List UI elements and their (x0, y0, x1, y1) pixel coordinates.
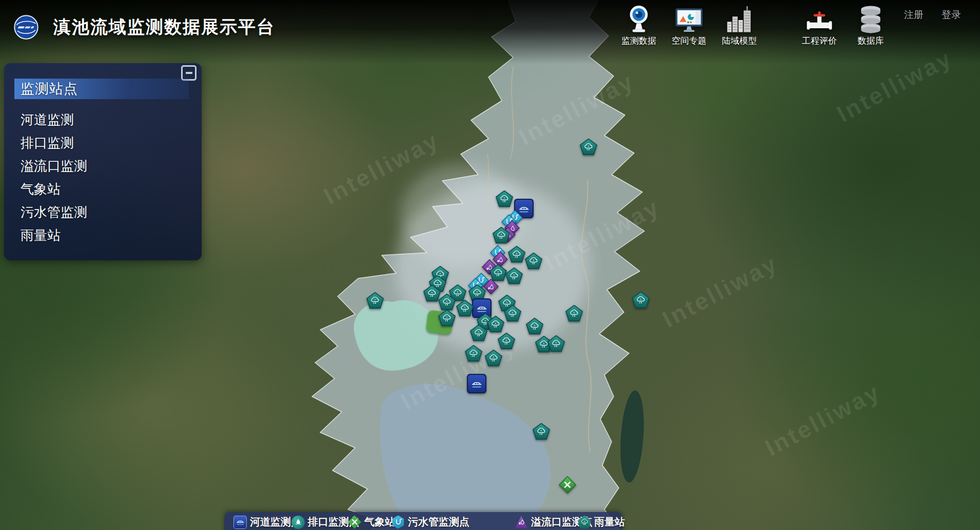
map-marker-rain[interactable] (498, 333, 515, 350)
map-marker-rain[interactable] (525, 253, 542, 270)
webcam-icon (626, 3, 651, 34)
overflow-station-icon (515, 516, 528, 529)
legend-item-sewage: 污水管监测点 (391, 515, 469, 529)
map-marker-rain[interactable] (366, 292, 384, 309)
outlet-station-icon (291, 516, 305, 529)
legend-label: 污水管监测点 (408, 515, 469, 529)
nav-label: 数据库 (858, 35, 884, 47)
map-marker-rain[interactable] (470, 325, 487, 342)
sewage-station-icon (391, 516, 405, 529)
map-marker-rain[interactable] (526, 318, 543, 335)
map-marker-rain[interactable] (504, 305, 521, 322)
sidebar-item-weather-station[interactable]: 气象站 (4, 178, 202, 201)
minimize-icon (186, 72, 192, 74)
map-marker-rain[interactable] (465, 345, 482, 362)
nav-item-database[interactable]: 数据库 (845, 3, 896, 47)
map-marker-rain[interactable] (438, 310, 456, 327)
nav-label: 监测数据 (621, 35, 656, 47)
map-marker-rain[interactable] (493, 227, 510, 244)
legend-label: 雨量站 (594, 515, 625, 529)
legend-item-rain: 雨量站 (578, 515, 625, 529)
app-root: IntelliwayIntelliwayIntelliwayIntelliway… (0, 0, 980, 530)
map-marker-rain[interactable] (580, 139, 597, 156)
register-link[interactable]: 注册 (904, 8, 924, 22)
city-buildings-icon (726, 3, 753, 34)
nav-item-spatial-themes[interactable]: 空间专题 (663, 3, 715, 47)
map-marker-rain[interactable] (565, 305, 583, 322)
monitoring-stations-panel: 监测站点 河道监测 排口监测 溢流口监测 气象站 污水管监测 雨量站 (4, 63, 202, 260)
legend-label: 气象站 (364, 515, 395, 529)
weather-station-icon (348, 516, 361, 529)
panel-title: 监测站点 (14, 79, 189, 99)
map-marker-rain[interactable] (456, 300, 474, 317)
legend-item-weather: 气象站 (348, 515, 395, 529)
monitor-chart-icon (675, 3, 703, 34)
sidebar-item-rain-station[interactable]: 雨量站 (4, 224, 202, 247)
sidebar-item-sewage-monitoring[interactable]: 污水管监测 (4, 201, 202, 224)
nav-item-project-evaluation[interactable]: 工程评价 (794, 3, 845, 47)
map-marker-rain[interactable] (547, 335, 565, 352)
map-marker-rain[interactable] (505, 268, 523, 285)
map-marker-river[interactable] (467, 374, 486, 393)
map-marker-rain[interactable] (632, 292, 650, 309)
map-marker-rain[interactable] (487, 316, 504, 333)
river-station-icon (233, 516, 247, 529)
map-legend: 河道监测点 排口监测点 气象站 污水管监测点 溢流口监测点 (224, 512, 622, 530)
page-title: 滇池流域监测数据展示平台 (53, 15, 275, 39)
nav-label: 陆域模型 (722, 35, 757, 47)
sidebar-item-river-monitoring[interactable]: 河道监测 (4, 108, 202, 131)
platform-logo-icon (13, 14, 39, 40)
pipe-valve-icon (806, 3, 833, 34)
map-marker-rain[interactable] (438, 294, 456, 311)
nav-label: 空间专题 (672, 35, 707, 47)
database-icon (858, 3, 884, 34)
map-marker-rain[interactable] (508, 246, 525, 263)
rain-station-icon (578, 516, 591, 529)
panel-menu: 河道监测 排口监测 溢流口监测 气象站 污水管监测 雨量站 (4, 108, 202, 247)
nav-item-land-model[interactable]: 陆域模型 (714, 3, 765, 47)
login-link[interactable]: 登录 (942, 8, 961, 22)
sidebar-item-overflow-monitoring[interactable]: 溢流口监测 (4, 155, 202, 178)
map-marker-rain[interactable] (485, 350, 502, 367)
sidebar-item-outlet-monitoring[interactable]: 排口监测 (4, 131, 202, 155)
nav-label: 工程评价 (802, 35, 837, 47)
map-marker-rain[interactable] (533, 423, 550, 440)
nav-item-monitoring-data[interactable]: 监测数据 (613, 3, 664, 47)
map-marker-rain[interactable] (496, 191, 513, 207)
map-marker-weather[interactable] (559, 476, 576, 494)
